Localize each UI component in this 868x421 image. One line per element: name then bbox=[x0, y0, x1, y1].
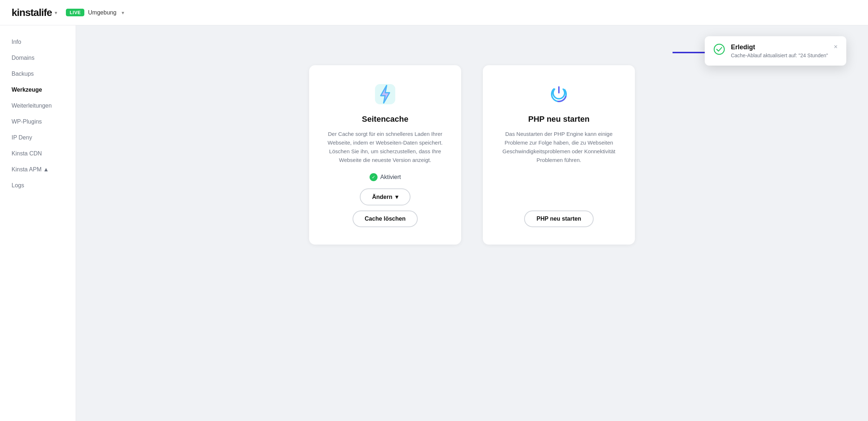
aendern-button[interactable]: Ändern ▾ bbox=[360, 188, 410, 205]
seitencache-status: ✓ Aktiviert bbox=[370, 173, 401, 181]
env-name: Umgebung bbox=[88, 9, 116, 16]
sidebar-item-domains[interactable]: Domains bbox=[0, 50, 76, 66]
status-label: Aktiviert bbox=[380, 174, 401, 180]
php-restart-icon bbox=[547, 83, 570, 106]
page-layout: Info Domains Backups Werkzeuge Weiterlei… bbox=[0, 25, 868, 421]
sidebar-item-logs[interactable]: Logs bbox=[0, 178, 76, 193]
seitencache-card: Seitencache Der Cache sorgt für ein schn… bbox=[309, 65, 461, 245]
sidebar-item-info[interactable]: Info bbox=[0, 34, 76, 50]
php-restart-button[interactable]: PHP neu starten bbox=[524, 210, 593, 227]
php-restart-title: PHP neu starten bbox=[528, 114, 590, 124]
sidebar-item-kinsta-apm[interactable]: Kinsta APM ▲ bbox=[0, 162, 76, 178]
logo: kinstalife bbox=[12, 7, 52, 18]
sidebar: Info Domains Backups Werkzeuge Weiterlei… bbox=[0, 25, 76, 421]
sidebar-item-backups[interactable]: Backups bbox=[0, 66, 76, 82]
aendern-label: Ändern bbox=[372, 194, 392, 200]
sidebar-item-wp-plugins[interactable]: WP-Plugins bbox=[0, 114, 76, 130]
logo-chevron-icon[interactable]: ▾ bbox=[55, 10, 57, 16]
tools-grid: Seitencache Der Cache sorgt für ein schn… bbox=[309, 65, 635, 245]
toast-message: Cache-Ablauf aktualisiert auf: "24 Stund… bbox=[731, 53, 828, 58]
toast-close-button[interactable]: × bbox=[834, 43, 838, 50]
live-tag: LIVE bbox=[66, 9, 84, 16]
sidebar-item-kinsta-cdn[interactable]: Kinsta CDN bbox=[0, 146, 76, 162]
php-restart-card: PHP neu starten Das Neustarten der PHP E… bbox=[483, 65, 635, 245]
seitencache-description: Der Cache sorgt für ein schnelleres Lade… bbox=[324, 130, 447, 164]
status-dot-icon: ✓ bbox=[370, 173, 378, 181]
sidebar-item-ip-deny[interactable]: IP Deny bbox=[0, 130, 76, 146]
toast-success-icon bbox=[713, 43, 725, 55]
sidebar-item-weiterleitungen[interactable]: Weiterleitungen bbox=[0, 98, 76, 114]
sidebar-item-werkzeuge[interactable]: Werkzeuge bbox=[0, 82, 76, 98]
header: kinstalife ▾ LIVE Umgebung ▾ bbox=[0, 0, 868, 25]
environment-badge: LIVE Umgebung ▾ bbox=[66, 9, 124, 16]
php-restart-description: Das Neustarten der PHP Engine kann einig… bbox=[497, 130, 620, 164]
seitencache-icon bbox=[374, 83, 397, 106]
aendern-chevron-icon: ▾ bbox=[395, 193, 398, 200]
main-content: Seitencache Der Cache sorgt für ein schn… bbox=[76, 25, 868, 421]
seitencache-title: Seitencache bbox=[362, 114, 408, 124]
toast-notification: Erledigt Cache-Ablauf aktualisiert auf: … bbox=[705, 36, 846, 66]
toast-body: Erledigt Cache-Ablauf aktualisiert auf: … bbox=[731, 43, 828, 58]
toast-title: Erledigt bbox=[731, 43, 828, 51]
env-chevron-icon[interactable]: ▾ bbox=[122, 10, 124, 16]
svg-point-8 bbox=[714, 44, 724, 54]
cache-loeschen-button[interactable]: Cache löschen bbox=[353, 210, 418, 227]
